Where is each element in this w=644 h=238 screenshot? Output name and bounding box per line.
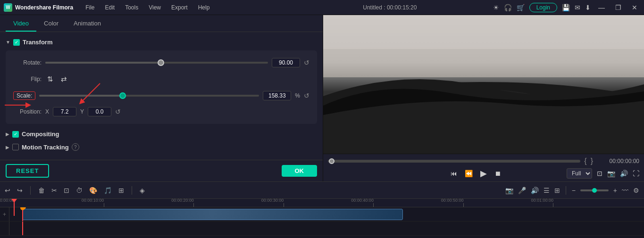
menu-help[interactable]: Help bbox=[193, 2, 215, 13]
login-button[interactable]: Login bbox=[529, 3, 557, 12]
transform-checkbox[interactable]: ✓ bbox=[13, 39, 20, 46]
rotate-reset-icon[interactable]: ↺ bbox=[304, 59, 309, 66]
logo-icon: W bbox=[4, 3, 12, 12]
cut-icon[interactable]: ✂ bbox=[51, 187, 57, 194]
flip-label: Flip: bbox=[13, 76, 42, 82]
tab-animation[interactable]: Animation bbox=[66, 15, 109, 32]
timeline-tracks: 00:00:00:00 00:00:10:00 00:00:20:00 00:0… bbox=[0, 199, 644, 238]
delete-icon[interactable]: 🗑 bbox=[38, 187, 45, 194]
right-bracket: } bbox=[591, 157, 593, 165]
titlebar-actions: ☀ 🎧 🛒 Login 💾 ✉ ⬇ — ❐ ✕ bbox=[493, 3, 640, 12]
svg-rect-9 bbox=[323, 15, 644, 49]
motion-icon[interactable]: ◈ bbox=[140, 187, 145, 194]
track-playhead bbox=[22, 207, 23, 221]
crop-icon[interactable]: ⊡ bbox=[64, 187, 69, 194]
rotate-value-input[interactable] bbox=[272, 58, 300, 67]
preview-timeline[interactable] bbox=[328, 160, 580, 163]
sticker-icon[interactable]: ⊞ bbox=[554, 187, 560, 194]
zoom-slider[interactable] bbox=[580, 189, 609, 191]
menu-file[interactable]: File bbox=[81, 2, 99, 13]
color-icon[interactable]: 🎨 bbox=[89, 187, 97, 194]
mic-icon[interactable]: 🎤 bbox=[518, 187, 526, 194]
separator-3 bbox=[566, 186, 566, 195]
settings-icon[interactable]: ⚙ bbox=[633, 187, 639, 194]
playback-buttons: ⏮ ⏪ ▶ ⏹ bbox=[451, 168, 501, 179]
restore-button[interactable]: ❐ bbox=[612, 4, 624, 11]
scale-slider[interactable] bbox=[39, 95, 259, 97]
video-clip[interactable] bbox=[22, 209, 403, 220]
scale-reset-icon[interactable]: ↺ bbox=[304, 92, 309, 99]
save-icon[interactable]: 💾 bbox=[562, 4, 570, 11]
skip-back-button[interactable]: ⏮ bbox=[451, 170, 457, 177]
compositing-section-header[interactable]: ▶ ✓ Compositing bbox=[6, 128, 317, 140]
undo-icon[interactable]: ↩ bbox=[5, 187, 10, 194]
stop-button[interactable]: ⏹ bbox=[494, 170, 501, 177]
tl-right-tools: 📷 🎤 🔊 ☰ ⊞ − + 〰 ⚙ bbox=[505, 186, 639, 195]
compositing-chevron: ▶ bbox=[6, 131, 9, 137]
list-icon[interactable]: ☰ bbox=[544, 187, 550, 194]
speaker-icon[interactable]: 🔊 bbox=[531, 187, 539, 194]
redo-icon[interactable]: ↪ bbox=[17, 187, 23, 194]
camera-snap-icon[interactable]: 📷 bbox=[505, 187, 513, 194]
minimize-button[interactable]: — bbox=[595, 4, 608, 11]
reset-button[interactable]: RESET bbox=[6, 164, 49, 178]
split-icon[interactable]: ⊞ bbox=[118, 187, 124, 194]
theme-icon[interactable]: ☀ bbox=[493, 4, 499, 11]
speed-icon[interactable]: ⏱ bbox=[76, 187, 83, 194]
timeline-area: ↩ ↪ 🗑 ✂ ⊡ ⏱ 🎨 🎵 ⊞ ◈ 📷 🎤 🔊 ☰ ⊞ − + 〰 ⚙ bbox=[0, 181, 644, 238]
pos-y-input[interactable] bbox=[88, 107, 111, 116]
app-name: Wondershare Filmora bbox=[15, 4, 73, 11]
tab-color[interactable]: Color bbox=[36, 15, 66, 32]
separator-2 bbox=[132, 186, 132, 195]
position-reset-icon[interactable]: ↺ bbox=[115, 108, 121, 115]
cart-icon[interactable]: 🛒 bbox=[517, 4, 525, 11]
scale-label: Scale: bbox=[13, 91, 35, 100]
download-icon[interactable]: ⬇ bbox=[585, 4, 591, 11]
menu-tools[interactable]: Tools bbox=[120, 2, 143, 13]
video-track-header: + bbox=[0, 207, 9, 221]
motion-tracking-chevron: ▶ bbox=[6, 145, 9, 150]
zoom-slider-thumb[interactable] bbox=[592, 188, 597, 193]
add-track-icon[interactable]: + bbox=[3, 211, 6, 218]
preview-image bbox=[323, 15, 644, 154]
step-back-button[interactable]: ⏪ bbox=[465, 170, 473, 177]
audio-icon[interactable]: 🎵 bbox=[104, 187, 112, 194]
motion-tracking-section-header[interactable]: ▶ Motion Tracking ? bbox=[6, 140, 317, 154]
waveform-icon[interactable]: 〰 bbox=[622, 187, 628, 194]
flip-row: Flip: ⇅ ⇄ bbox=[13, 74, 309, 84]
close-button[interactable]: ✕ bbox=[629, 4, 640, 11]
pos-y-label: Y bbox=[80, 108, 84, 115]
transform-box: Rotate: ↺ Flip: ⇅ ⇄ Scale: bbox=[6, 50, 317, 124]
flip-vertical-icon[interactable]: ⇄ bbox=[59, 74, 69, 84]
flip-horizontal-icon[interactable]: ⇅ bbox=[45, 74, 55, 84]
motion-tracking-title: Motion Tracking bbox=[22, 144, 69, 151]
ruler-label-1: 00:00:10:00 bbox=[82, 198, 104, 203]
volume-icon[interactable]: 🔊 bbox=[620, 170, 628, 177]
play-button[interactable]: ▶ bbox=[480, 168, 487, 179]
menu-edit[interactable]: Edit bbox=[100, 2, 119, 13]
pos-x-input[interactable] bbox=[53, 107, 76, 116]
position-label: Position: bbox=[13, 108, 42, 115]
ok-button[interactable]: OK bbox=[282, 165, 318, 177]
rotate-slider[interactable] bbox=[45, 62, 268, 64]
quality-select[interactable]: Full 1/2 1/4 bbox=[567, 168, 592, 179]
message-icon[interactable]: ✉ bbox=[575, 4, 580, 11]
timeline-ruler: 00:00:00:00 00:00:10:00 00:00:20:00 00:0… bbox=[0, 199, 644, 207]
tab-video[interactable]: Video bbox=[6, 15, 36, 32]
fullscreen-icon[interactable]: ⛶ bbox=[633, 170, 639, 177]
headphone-icon[interactable]: 🎧 bbox=[504, 4, 512, 11]
transform-section-header[interactable]: ▼ ✓ Transform bbox=[6, 36, 317, 49]
screenshot-icon[interactable]: 📷 bbox=[607, 170, 615, 177]
zoom-out-icon[interactable]: − bbox=[572, 187, 576, 194]
menu-bar: File Edit Tools View Export Help bbox=[81, 2, 287, 13]
timeline-handle[interactable] bbox=[329, 158, 335, 164]
motion-tracking-checkbox[interactable] bbox=[12, 144, 19, 150]
motion-tracking-help-icon[interactable]: ? bbox=[72, 143, 79, 151]
compositing-checkbox[interactable]: ✓ bbox=[12, 131, 19, 138]
ruler-label-6: 00:01:00:00 bbox=[531, 198, 553, 203]
scale-value-input[interactable] bbox=[263, 91, 291, 100]
menu-export[interactable]: Export bbox=[167, 2, 192, 13]
zoom-in-icon[interactable]: + bbox=[613, 187, 617, 194]
menu-view[interactable]: View bbox=[144, 2, 166, 13]
screen-fit-icon[interactable]: ⊡ bbox=[597, 170, 602, 177]
